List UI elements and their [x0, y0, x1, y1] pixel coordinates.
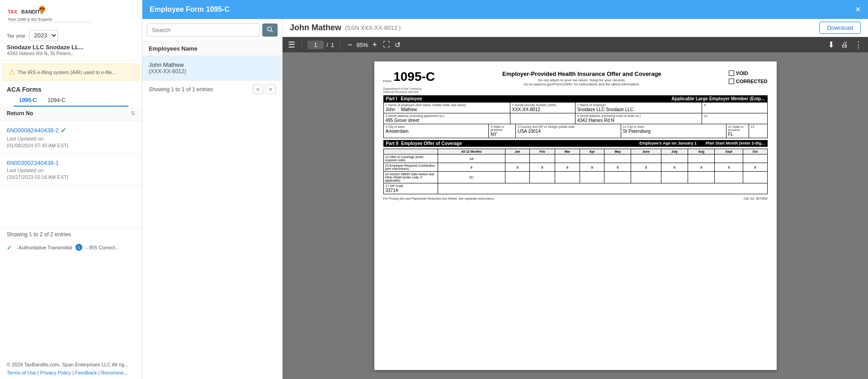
form-checkboxes: VOID CORRECTED	[729, 70, 768, 84]
employee-ssn: (SSN XXX-XX-8012 )	[345, 24, 401, 31]
modal-close-button[interactable]: ×	[855, 5, 861, 14]
row16-mar	[555, 172, 580, 183]
sidebar-showing-entries: Showing 1 to 2 of 2 entries	[0, 227, 142, 241]
row16-may	[604, 172, 631, 183]
tab-1095c[interactable]: 1095-C	[14, 95, 42, 107]
more-options-button[interactable]: ⋮	[854, 40, 863, 50]
row16-aug	[688, 172, 715, 183]
col-jan: Jan	[505, 149, 530, 154]
dept-info: Department of the Treasury Internal Reve…	[383, 87, 768, 94]
fit-page-button[interactable]: ⛶	[383, 41, 390, 49]
row15-sept: $	[715, 163, 743, 172]
row-15: 15 Employee Required Contribution (see i…	[383, 163, 767, 172]
svg-point-5	[42, 8, 44, 9]
tax-year-label: Tax year	[7, 33, 26, 38]
pdf-area: John Mathew (SSN XXX-XX-8012 ) Download …	[283, 19, 868, 379]
row14-june	[631, 154, 661, 163]
next-page-button[interactable]: >	[265, 84, 276, 94]
legend-blue-label: - IRS Correct...	[86, 245, 119, 250]
col-july: July	[661, 149, 688, 154]
company-name: Snodaze LLC Snodaze LL...	[7, 44, 135, 51]
tax-year-select[interactable]: 2023	[29, 30, 58, 41]
aca-forms-section: ACA Forms 1095-C 1094-C	[0, 83, 142, 107]
employee-name: John Mathew	[290, 23, 341, 33]
legend-row: ✔ - Authoritative Transmittal G - IRS Co…	[0, 241, 142, 254]
tab-1094c[interactable]: 1094-C	[42, 95, 71, 107]
row16-oct	[743, 172, 767, 183]
print-button[interactable]: 🖨	[841, 41, 848, 49]
row14-july	[661, 154, 688, 163]
sort-icon[interactable]: ⇅	[131, 110, 135, 117]
part2-right: Employee's Age on January 1	[639, 141, 697, 146]
field-5: 5 State or province NY	[489, 124, 516, 138]
col-mar: Mar	[555, 149, 580, 154]
dropdown-item[interactable]: John Mathew (XXX-XX-8012)	[142, 56, 282, 80]
table-row[interactable]: 6N003002340438-1 Last Updated on: (10/27…	[0, 154, 142, 186]
f1-first: John	[386, 107, 396, 112]
row-date: (01/08/2024 07:40 AM EST)	[7, 143, 135, 148]
f12-value: FL	[728, 132, 747, 137]
part2-header: Part II Employee Offer of Coverage Emplo…	[383, 140, 768, 147]
row-updated: Last Updated on:	[7, 136, 135, 141]
void-row: VOID	[729, 70, 748, 76]
col-oct: Oct	[743, 149, 767, 154]
row-return-id: 6N003002340438-1	[7, 159, 59, 166]
sidebar: TAX BANDITS Your 1099 & W2 Experts Tax y…	[0, 0, 142, 379]
terms-link[interactable]: Terms of Use	[7, 370, 36, 375]
recommend-link[interactable]: Recomme...	[101, 370, 128, 375]
pagination-text: Showing 1 to 1 of 1 entries	[149, 86, 213, 93]
f5-label: 5 State or province	[491, 125, 514, 131]
search-button[interactable]	[262, 23, 278, 37]
f7-label: 7 Name of employer	[577, 103, 700, 107]
row15-label: 15 Employee Required Contribution (see i…	[383, 163, 438, 172]
row16-all12: 2C	[438, 172, 505, 183]
notification-text: The IRS e-filing system (AIR) used to e-…	[18, 70, 116, 75]
f9-label: 9 Street address (including room or suit…	[577, 114, 700, 117]
row14-aug	[688, 154, 715, 163]
form-irs-link: Go to www.irs.gov/Form1095C for instruct…	[439, 82, 724, 86]
f5-value: NY	[491, 132, 514, 137]
dropdown-pagination: Showing 1 to 1 of 1 entries < >	[142, 80, 282, 98]
col-may: May	[604, 149, 631, 154]
row14-jan	[505, 154, 530, 163]
search-input[interactable]	[147, 23, 259, 37]
f1-last: Mathew	[398, 107, 417, 112]
row14-oct	[743, 154, 767, 163]
pdf-toolbar: ☰ / 1 − 85% + ⛶ ↺ ⬇ 🖨	[283, 37, 868, 52]
logo-area: TAX BANDITS Your 1099 & W2 Experts	[7, 5, 135, 26]
bottom-note: For Privacy Act and Paperwork Reduction …	[383, 197, 495, 200]
form-row-2: 3 Street address (including apartment no…	[383, 113, 768, 124]
toolbar-right: ⬇ 🖨 ⋮	[828, 40, 863, 50]
form-number: 1095-C	[393, 70, 435, 83]
menu-icon-button[interactable]: ☰	[288, 40, 295, 50]
row14-label: 14 Offer of Coverage (enter required cod…	[383, 154, 438, 163]
col-description	[383, 149, 438, 154]
table-row[interactable]: 6N000082440438-2 ✔ Last Updated on: (01/…	[0, 121, 142, 154]
prev-page-button[interactable]: <	[253, 84, 264, 94]
pdf-download-button[interactable]: ⬇	[828, 40, 835, 50]
table-rows: 6N000082440438-2 ✔ Last Updated on: (01/…	[0, 121, 142, 227]
field-10: 10	[702, 113, 767, 124]
form-title-area: Employer-Provided Health Insurance Offer…	[435, 70, 729, 86]
pdf-content[interactable]: Form 1095-C Employer-Provided Health Ins…	[283, 52, 868, 379]
download-button[interactable]: Download	[819, 22, 861, 34]
zoom-in-button[interactable]: +	[371, 40, 378, 50]
feedback-link[interactable]: Feedback	[75, 370, 97, 375]
part1-right: Applicable Large Employer Member (Emp...	[671, 96, 764, 101]
row14-all12: 1A	[438, 154, 505, 163]
zip-value: 33714	[386, 188, 436, 193]
f2-value: XXX-XX-8012	[512, 107, 574, 112]
row16-feb	[530, 172, 555, 183]
row15-jan: $	[505, 163, 530, 172]
company-address: 4342 Haines Rd N, St Peters...	[7, 51, 135, 56]
row15-aug: $	[688, 163, 715, 172]
rotate-button[interactable]: ↺	[395, 41, 401, 49]
zoom-out-button[interactable]: −	[346, 40, 354, 50]
row16-sept	[715, 172, 743, 183]
pdf-header: John Mathew (SSN XXX-XX-8012 ) Download	[283, 19, 868, 37]
page-number-input[interactable]	[307, 41, 324, 49]
part2-label: Employee Offer of Coverage	[401, 141, 462, 146]
f11-value: St Petersburg	[623, 129, 724, 134]
total-pages: 1	[331, 42, 334, 48]
privacy-link[interactable]: Privacy Policy	[40, 370, 71, 375]
